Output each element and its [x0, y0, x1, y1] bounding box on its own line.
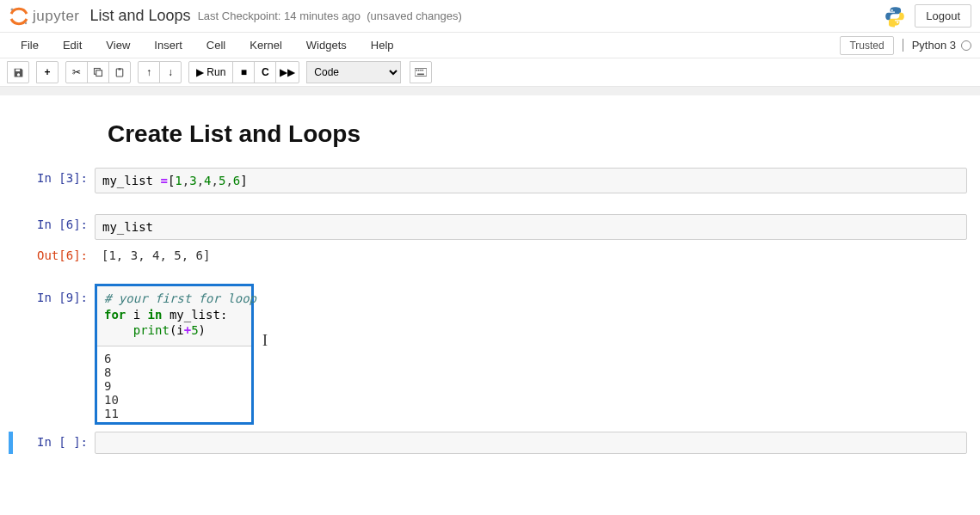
cut-button[interactable]: ✂	[65, 61, 88, 83]
fast-forward-icon: ▶▶	[280, 66, 295, 78]
notebook-title[interactable]: List and Loops	[90, 7, 191, 25]
page-title: Create List and Loops	[108, 120, 967, 148]
save-icon	[13, 67, 24, 78]
logout-button[interactable]: Logout	[915, 4, 971, 28]
header: jupyter List and Loops Last Checkpoint: …	[0, 0, 980, 33]
in-prompt: In [9]:	[0, 287, 95, 304]
python-icon	[884, 5, 906, 28]
menu-view[interactable]: View	[94, 34, 142, 57]
logo-text: jupyter	[33, 8, 80, 25]
stop-icon: ■	[241, 66, 247, 78]
highlight-box: # your first for loop for i in my_list: …	[95, 284, 254, 425]
kernel-idle-icon	[961, 40, 971, 51]
code-cell-3[interactable]: In [9]: # your first for loop for i in m…	[0, 284, 980, 425]
code-cell-2[interactable]: In [6]: my_list	[0, 212, 980, 242]
code-cell-2-output: Out[6]: [1, 3, 4, 5, 6]	[0, 242, 980, 268]
checkpoint-text: Last Checkpoint: 14 minutes ago (unsaved…	[198, 9, 462, 22]
menu-help[interactable]: Help	[359, 34, 406, 57]
add-cell-button[interactable]: +	[36, 61, 59, 83]
arrow-up-icon: ↑	[146, 66, 151, 78]
svg-rect-6	[415, 68, 427, 76]
menu-kernel[interactable]: Kernel	[237, 34, 294, 57]
menu-cell[interactable]: Cell	[194, 34, 237, 57]
cell-type-select[interactable]: Code	[306, 61, 401, 83]
svg-rect-5	[119, 68, 121, 70]
menubar: File Edit View Insert Cell Kernel Widget…	[0, 33, 980, 58]
notebook-area: Create List and Loops In [3]: my_list =[…	[0, 95, 980, 463]
out-prompt: Out[6]:	[0, 245, 95, 266]
kernel-name: Python 3	[912, 39, 956, 52]
scissors-icon: ✂	[72, 66, 81, 78]
plus-icon: +	[44, 66, 50, 78]
restart-button[interactable]: C	[254, 61, 276, 83]
menu-widgets[interactable]: Widgets	[294, 34, 359, 57]
jupyter-logo[interactable]: jupyter	[9, 6, 80, 27]
command-palette-button[interactable]	[410, 61, 432, 83]
paste-icon	[114, 67, 125, 78]
svg-rect-3	[96, 71, 102, 77]
code-cell-4-selected[interactable]: In [ ]:	[9, 432, 967, 454]
text-cursor-icon: I	[262, 332, 268, 350]
svg-point-1	[25, 21, 27, 23]
copy-button[interactable]	[87, 61, 109, 83]
menu-edit[interactable]: Edit	[51, 34, 94, 57]
restart-run-all-button[interactable]: ▶▶	[275, 61, 299, 83]
interrupt-button[interactable]: ■	[232, 61, 255, 83]
play-icon: ▶	[196, 66, 204, 78]
trusted-button[interactable]: Trusted	[840, 36, 893, 55]
output-text: [1, 3, 4, 5, 6]	[95, 245, 967, 266]
output-text: 6 8 9 10 11	[97, 346, 251, 422]
run-button[interactable]: ▶ Run	[188, 61, 233, 83]
svg-rect-11	[417, 74, 424, 76]
markdown-cell[interactable]: Create List and Loops	[95, 117, 980, 165]
keyboard-icon	[415, 68, 427, 77]
code-input[interactable]: my_list	[95, 214, 967, 240]
move-down-button[interactable]: ↓	[159, 61, 182, 83]
svg-rect-8	[418, 70, 420, 71]
refresh-icon: C	[262, 66, 269, 78]
code-input[interactable]	[95, 432, 967, 454]
move-up-button[interactable]: ↑	[138, 61, 160, 83]
paste-button[interactable]	[108, 61, 131, 83]
copy-icon	[93, 67, 103, 77]
toolbar: + ✂ ↑ ↓ ▶ Run ■ C ▶▶ Code	[0, 58, 980, 87]
svg-rect-7	[416, 70, 418, 71]
save-button[interactable]	[7, 61, 29, 83]
jupyter-icon	[9, 6, 29, 27]
code-cell-1[interactable]: In [3]: my_list =[1,3,4,5,6]	[0, 165, 980, 196]
arrow-down-icon: ↓	[168, 66, 173, 78]
menu-file[interactable]: File	[9, 34, 51, 57]
code-input[interactable]: my_list =[1,3,4,5,6]	[95, 168, 967, 193]
in-prompt: In [ ]:	[13, 432, 95, 454]
menu-insert[interactable]: Insert	[142, 34, 194, 57]
in-prompt: In [6]:	[0, 214, 95, 240]
in-prompt: In [3]:	[0, 168, 95, 193]
svg-rect-9	[421, 70, 422, 71]
kernel-indicator[interactable]: Python 3	[903, 39, 971, 52]
code-input[interactable]: # your first for loop for i in my_list: …	[97, 286, 251, 346]
svg-rect-10	[422, 70, 424, 71]
toolbar-separator	[0, 87, 980, 95]
